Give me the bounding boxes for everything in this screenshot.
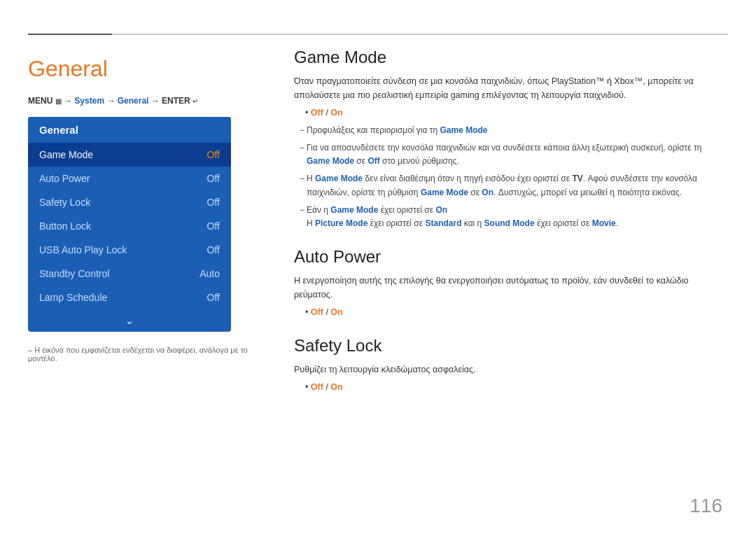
menu-item-auto-power[interactable]: Auto Power Off <box>28 167 231 190</box>
game-mode-bullet-off-on: Off / On <box>305 106 728 120</box>
safety-lock-desc: Ρυθμίζει τη λειτουργία κλειδώματος ασφαλ… <box>294 363 728 377</box>
section-title-safety-lock: Safety Lock <box>294 336 728 356</box>
game-mode-ref-4: Game Mode <box>421 188 468 197</box>
on-ref: On <box>482 188 493 197</box>
menu-item-button-lock[interactable]: Button Lock Off <box>28 214 231 238</box>
menu-item-label-safety-lock: Safety Lock <box>39 197 90 208</box>
game-mode-dash-4: Εάν η Game Mode έχει οριστεί σε On Η Pic… <box>300 204 728 230</box>
menu-item-value-safety-lock: Off <box>207 197 220 208</box>
top-divider-accent <box>28 34 112 35</box>
section-title-auto-power: Auto Power <box>294 247 728 267</box>
menu-item-value-standby-control: Auto <box>200 268 220 279</box>
menu-item-label-usb-auto-play-lock: USB Auto Play Lock <box>39 244 127 255</box>
picture-mode-ref: Picture Mode <box>315 218 368 228</box>
game-mode-ref-1: Game Mode <box>440 125 488 135</box>
menu-item-safety-lock[interactable]: Safety Lock Off <box>28 190 231 214</box>
game-mode-off-label: Off <box>311 108 323 118</box>
top-divider <box>28 34 728 35</box>
menu-item-label-game-mode: Game Mode <box>39 149 93 160</box>
auto-power-bullet-off-on: Off / On <box>305 306 728 319</box>
section-title-game-mode: Game Mode <box>294 48 728 67</box>
auto-power-separator: / <box>323 307 330 317</box>
left-column: General MENU ▦ → System → General → ENTE… <box>28 42 252 363</box>
auto-power-off-label: Off <box>311 307 323 317</box>
menu-item-label-auto-power: Auto Power <box>39 173 90 184</box>
sound-mode-ref: Sound Mode <box>484 218 535 228</box>
menu-item-value-lamp-schedule: Off <box>207 292 220 303</box>
menu-item-game-mode[interactable]: Game Mode Off <box>28 143 231 167</box>
menu-item-value-game-mode: Off <box>207 149 220 160</box>
game-mode-separator: / <box>323 108 330 118</box>
game-mode-desc: Όταν πραγματοποιείτε σύνδεση σε μια κονσ… <box>294 74 728 102</box>
movie-ref: Movie <box>592 218 616 228</box>
page-number: 116 <box>690 495 722 517</box>
auto-power-desc: Η ενεργοποίηση αυτής της επιλογής θα ενε… <box>294 274 728 302</box>
game-mode-dash-3: Η Game Mode δεν είναι διαθέσιμη όταν η π… <box>300 172 728 199</box>
page-title: General <box>28 56 252 82</box>
game-mode-ref-2: Game Mode <box>307 156 354 166</box>
game-mode-ref-5: Game Mode <box>330 205 378 215</box>
safety-lock-off-label: Off <box>311 382 323 392</box>
menu-panel: General Game Mode Off Auto Power Off Saf… <box>28 117 231 332</box>
menu-item-standby-control[interactable]: Standby Control Auto <box>28 262 231 286</box>
game-mode-on-label: On <box>330 108 342 118</box>
menu-item-value-usb-auto-play-lock: Off <box>207 244 220 255</box>
auto-power-on-label: On <box>330 307 342 317</box>
on-ref-2: On <box>435 205 447 215</box>
game-mode-dash-2: Για να αποσυνδέσετε την κονσόλα παιχνιδι… <box>300 141 728 168</box>
game-mode-dash-1: Προφυλάξεις και περιορισμοί για τη Game … <box>300 124 728 137</box>
menu-path-label: MENU ▦ → System → General → ENTER ↵ <box>28 96 198 106</box>
menu-item-label-button-lock: Button Lock <box>39 220 91 232</box>
menu-item-value-button-lock: Off <box>207 220 220 232</box>
game-mode-off-ref: Off <box>368 156 379 166</box>
safety-lock-on-label: On <box>330 382 342 392</box>
menu-path: MENU ▦ → System → General → ENTER ↵ <box>28 96 252 106</box>
tv-ref: TV <box>572 174 582 183</box>
menu-panel-header: General <box>28 117 231 143</box>
menu-item-lamp-schedule[interactable]: Lamp Schedule Off <box>28 286 231 309</box>
game-mode-ref-3: Game Mode <box>315 174 363 183</box>
safety-lock-bullet-off-on: Off / On <box>305 381 728 394</box>
menu-item-value-auto-power: Off <box>207 173 220 184</box>
standard-ref: Standard <box>425 218 461 228</box>
footnote: – Η εικόνα που εμφανίζεται ενδέχεται να … <box>28 346 252 363</box>
safety-lock-separator: / <box>323 382 330 392</box>
menu-item-label-lamp-schedule: Lamp Schedule <box>39 292 107 303</box>
menu-item-label-standby-control: Standby Control <box>39 268 109 279</box>
right-column: Game Mode Όταν πραγματοποιείτε σύνδεση σ… <box>294 42 728 398</box>
menu-item-usb-auto-play-lock[interactable]: USB Auto Play Lock Off <box>28 238 231 262</box>
chevron-down-icon[interactable]: ⌄ <box>28 309 231 332</box>
